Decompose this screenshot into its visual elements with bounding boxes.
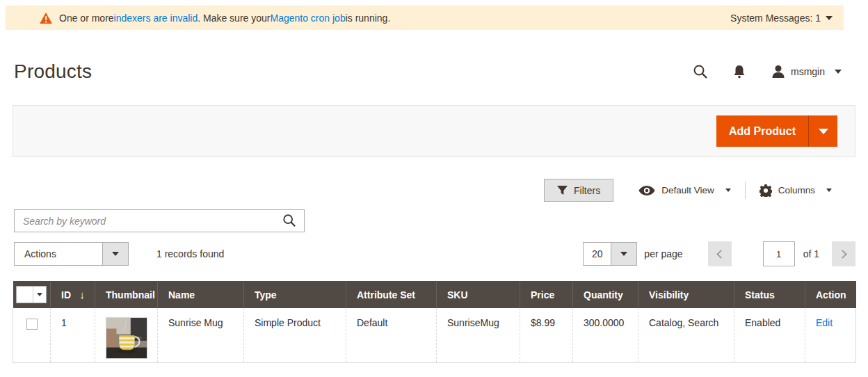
system-messages-toggle[interactable]: System Messages: 1 — [730, 13, 833, 24]
column-header-action[interactable]: Action — [805, 281, 856, 308]
select-all-header — [13, 281, 51, 308]
columns-control[interactable]: Columns — [750, 184, 842, 197]
system-messages-label: System Messages: 1 — [730, 13, 821, 24]
header-actions: msmgin — [693, 64, 842, 79]
page-header: Products msmgin — [14, 56, 842, 87]
per-page-toggle — [611, 243, 636, 265]
chevron-down-icon — [835, 70, 842, 74]
column-header-name[interactable]: Name — [158, 281, 244, 308]
pager: of 1 — [708, 241, 855, 266]
filters-button[interactable]: Filters — [544, 179, 613, 202]
filters-label: Filters — [574, 185, 600, 196]
view-control[interactable]: Default View — [629, 185, 741, 196]
products-grid: ID ↓ Thumbnail Name Type Attribute Set S… — [13, 281, 856, 363]
add-product-split-button: Add Product — [716, 115, 837, 147]
actions-select-value: Actions — [15, 243, 102, 265]
search-submit-icon[interactable] — [282, 214, 296, 227]
chevron-down-icon — [620, 252, 627, 256]
row-name-cell: Sunrise Mug — [158, 308, 244, 362]
view-label: Default View — [661, 185, 714, 195]
chevron-down-icon — [725, 188, 731, 192]
row-attribute-set-cell: Default — [346, 308, 437, 362]
magento-cron-job-link[interactable]: Magento cron job — [270, 13, 345, 24]
user-avatar-icon — [771, 64, 786, 79]
grid-controls: Filters Default View Columns — [0, 179, 842, 202]
admin-user-menu[interactable]: msmgin — [771, 64, 842, 79]
sort-descending-icon: ↓ — [80, 289, 86, 300]
select-all-checkbox — [17, 287, 33, 303]
chevron-down-icon — [819, 129, 828, 134]
row-visibility-cell: Catalog, Search — [638, 308, 734, 362]
edit-link[interactable]: Edit — [816, 317, 833, 328]
actions-select[interactable]: Actions — [14, 242, 129, 266]
actions-row: Actions 1 records found 20 per page of 1 — [14, 241, 855, 266]
product-thumbnail-image — [106, 317, 147, 359]
column-header-id[interactable]: ID ↓ — [51, 281, 95, 308]
gear-icon — [760, 184, 772, 197]
controls-divider — [745, 182, 746, 199]
filter-funnel-icon — [557, 185, 568, 195]
row-thumbnail-cell — [95, 308, 158, 362]
per-page-label: per page — [644, 248, 682, 259]
chevron-left-icon — [716, 250, 725, 259]
notifications-bell-icon[interactable] — [732, 64, 747, 79]
row-action-cell: Edit — [805, 308, 856, 362]
banner-text-suffix: is running. — [346, 13, 391, 24]
column-header-visibility[interactable]: Visibility — [638, 281, 734, 308]
row-price-cell: $8.99 — [520, 308, 573, 362]
admin-username: msmgin — [791, 66, 825, 77]
row-type-cell: Simple Product — [244, 308, 346, 362]
page-actions-band: Add Product — [13, 105, 855, 157]
search-input[interactable] — [14, 209, 305, 232]
chevron-down-icon — [112, 252, 119, 256]
columns-label: Columns — [778, 185, 815, 195]
add-product-button[interactable]: Add Product — [716, 115, 808, 147]
id-header-label: ID — [61, 289, 71, 300]
select-all-toggle — [33, 287, 46, 303]
keyword-search — [14, 209, 305, 232]
row-id-cell: 1 — [51, 308, 95, 362]
per-page-value: 20 — [584, 243, 611, 265]
next-page-button[interactable] — [832, 241, 855, 266]
warning-icon — [40, 13, 52, 24]
search-row — [14, 209, 855, 232]
current-page-input[interactable] — [763, 241, 795, 266]
select-all-dropdown[interactable] — [16, 286, 47, 303]
row-select-cell — [13, 308, 51, 362]
actions-select-toggle — [102, 243, 128, 265]
eye-icon — [638, 185, 655, 196]
column-header-type[interactable]: Type — [244, 281, 346, 308]
chevron-down-icon — [826, 188, 832, 192]
row-checkbox[interactable] — [26, 319, 38, 330]
row-quantity-cell: 300.0000 — [573, 308, 638, 362]
chevron-down-icon — [826, 16, 833, 20]
indexers-invalid-link[interactable]: indexers are invalid — [114, 13, 198, 24]
add-product-toggle[interactable] — [808, 115, 837, 147]
per-page-select[interactable]: 20 — [583, 242, 637, 266]
row-sku-cell: SunriseMug — [437, 308, 520, 362]
grid-header-row: ID ↓ Thumbnail Name Type Attribute Set S… — [13, 281, 856, 308]
page-title: Products — [14, 61, 92, 83]
pagination-group: 20 per page of 1 — [583, 241, 855, 266]
column-header-attribute-set[interactable]: Attribute Set — [346, 281, 437, 308]
row-status-cell: Enabled — [734, 308, 805, 362]
column-header-quantity[interactable]: Quantity — [573, 281, 638, 308]
column-header-thumbnail[interactable]: Thumbnail — [95, 281, 158, 308]
previous-page-button[interactable] — [708, 241, 732, 266]
page-of-label: of 1 — [803, 248, 819, 259]
chevron-down-icon — [37, 293, 42, 296]
chevron-right-icon — [838, 250, 847, 259]
banner-text-prefix: One or more — [59, 13, 114, 24]
search-icon[interactable] — [693, 64, 708, 79]
column-header-price[interactable]: Price — [520, 281, 573, 308]
column-header-status[interactable]: Status — [734, 281, 805, 308]
column-header-sku[interactable]: SKU — [437, 281, 520, 308]
table-row: 1 Sunrise Mug Simple Pro — [13, 308, 856, 362]
banner-text-mid: . Make sure your — [198, 13, 270, 24]
records-found-count: 1 records found — [156, 248, 224, 259]
system-messages-banner: One or more indexers are invalid . Make … — [6, 6, 844, 30]
